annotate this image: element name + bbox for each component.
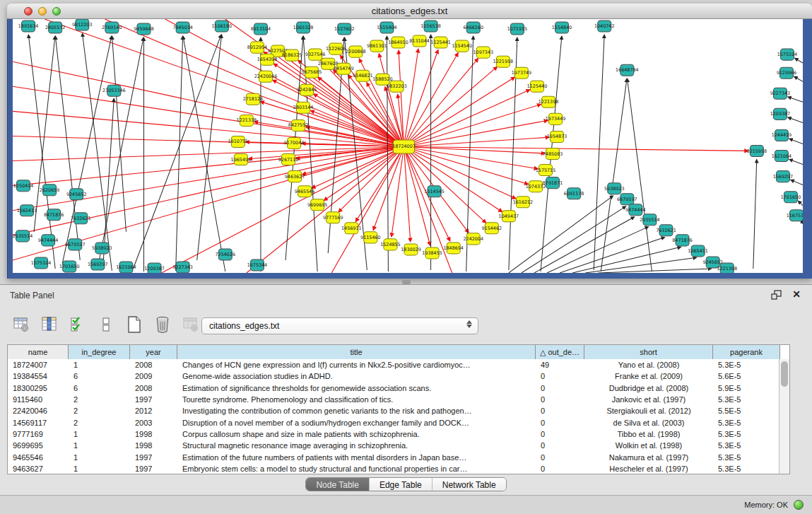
table-header-row[interactable]: namein_degreeyeartitle△ out_de…shortpage… bbox=[8, 345, 789, 359]
teal-node[interactable]: 2620659 bbox=[40, 185, 60, 196]
node-table[interactable]: namein_degreeyeartitle△ out_de…shortpage… bbox=[7, 344, 790, 474]
table-row[interactable]: 1830029562008Estimation of significance … bbox=[8, 382, 789, 394]
yellow-node[interactable]: 9154462 bbox=[482, 223, 502, 234]
yellow-node[interactable]: 1864910 bbox=[388, 37, 408, 48]
table-row[interactable]: 946554611997Estimation of the future num… bbox=[8, 451, 789, 462]
float-panel-icon[interactable] bbox=[771, 290, 782, 300]
teal-node[interactable]: 1040742 bbox=[594, 21, 615, 32]
table-row[interactable]: 1938455462009Genome-wide association stu… bbox=[8, 370, 789, 382]
citation-network-graph[interactable]: 1891634240557298122032769140945964878450… bbox=[13, 19, 803, 273]
teal-node[interactable]: 1621064 bbox=[772, 151, 792, 162]
teal-node[interactable]: 1250494 bbox=[13, 180, 34, 192]
hub-node[interactable]: 18724007 bbox=[392, 140, 416, 153]
teal-node[interactable]: 2769140 bbox=[102, 22, 122, 33]
yellow-node[interactable]: 2803144 bbox=[293, 102, 314, 113]
teal-node[interactable]: 6679197 bbox=[617, 194, 637, 205]
yellow-node[interactable]: 1848694 bbox=[443, 243, 464, 254]
teal-node[interactable]: 1569297 bbox=[88, 259, 108, 270]
teal-node[interactable]: 1065411 bbox=[688, 245, 708, 257]
teal-node[interactable]: 8471876 bbox=[44, 209, 64, 221]
yellow-node[interactable]: 1954873 bbox=[547, 131, 567, 142]
teal-node[interactable]: 1065411 bbox=[17, 205, 37, 216]
yellow-node[interactable]: 1610755 bbox=[228, 136, 249, 147]
yellow-node[interactable]: 9832203 bbox=[387, 81, 407, 92]
yellow-node[interactable]: 2242004 bbox=[463, 233, 483, 245]
tab-node-table[interactable]: Node Table bbox=[306, 478, 370, 491]
teal-node[interactable]: 1515404 bbox=[377, 22, 397, 33]
teal-node[interactable]: 1527602 bbox=[334, 23, 355, 35]
teal-node[interactable]: 1244419 bbox=[772, 129, 792, 141]
tab-edge-table[interactable]: Edge Table bbox=[370, 478, 433, 491]
teal-node[interactable]: 5938923 bbox=[92, 243, 112, 254]
yellow-node[interactable]: 9170044 bbox=[284, 137, 305, 148]
teal-node[interactable]: 2935514 bbox=[13, 230, 33, 242]
teal-node[interactable]: 1675344 bbox=[247, 259, 268, 271]
yellow-node[interactable]: 1154540 bbox=[452, 40, 472, 52]
network-canvas[interactable]: 1891634240557298122032769140945964878450… bbox=[13, 19, 803, 273]
table-row[interactable]: 969969511998Structural magnetic resonanc… bbox=[8, 440, 789, 451]
column-header-title[interactable]: title bbox=[177, 345, 536, 359]
teal-node[interactable]: 1154840 bbox=[552, 22, 572, 33]
new-column-icon[interactable] bbox=[124, 315, 144, 334]
table-body[interactable]: 1872400712008Changes of HCN gene express… bbox=[8, 359, 789, 474]
yellow-node[interactable]: 9861301 bbox=[367, 40, 387, 52]
yellow-node[interactable]: 2200868 bbox=[346, 46, 366, 57]
teal-node[interactable]: 6679197 bbox=[65, 239, 86, 250]
teal-node[interactable]: 1016538 bbox=[420, 21, 441, 32]
table-scrollbar[interactable] bbox=[779, 359, 789, 474]
teal-node[interactable]: 2405572 bbox=[45, 22, 66, 33]
yellow-node[interactable]: 7485083 bbox=[543, 148, 563, 160]
teal-node[interactable]: 7632621 bbox=[656, 225, 676, 236]
yellow-node[interactable]: 1125440 bbox=[527, 81, 548, 92]
yellow-node[interactable]: 1456911 bbox=[341, 223, 362, 234]
tab-network-table[interactable]: Network Table bbox=[433, 478, 506, 491]
column-select-icon[interactable] bbox=[68, 315, 88, 334]
yellow-node[interactable]: 9465546 bbox=[295, 186, 315, 197]
teal-node[interactable]: 1569297 bbox=[773, 171, 794, 182]
teal-node[interactable]: 1621064 bbox=[116, 262, 136, 273]
yellow-node[interactable]: 1524855 bbox=[380, 239, 401, 250]
teal-node[interactable]: 6466160 bbox=[463, 22, 483, 33]
column-header-in_degree[interactable]: in_degree bbox=[69, 345, 130, 359]
column-header-out_de[interactable]: △ out_de… bbox=[536, 345, 584, 359]
table-row[interactable]: 2242004622012Investigating the contribut… bbox=[8, 405, 789, 416]
yellow-node[interactable]: 1097343 bbox=[473, 47, 494, 58]
yellow-node[interactable]: 1830029 bbox=[401, 244, 421, 255]
window-titlebar[interactable]: citations_edges.txt bbox=[7, 4, 812, 19]
teal-node[interactable]: 16648784 bbox=[616, 64, 639, 76]
yellow-node[interactable]: 1049437 bbox=[499, 211, 519, 222]
teal-node[interactable]: 21053346 bbox=[102, 85, 126, 96]
column-header-short[interactable]: short bbox=[584, 345, 713, 359]
teal-node[interactable]: 9129966 bbox=[777, 67, 797, 78]
column-show-icon[interactable] bbox=[40, 315, 59, 334]
teal-node[interactable]: 1209387 bbox=[770, 108, 791, 119]
teal-node[interactable]: 1065328 bbox=[293, 22, 314, 33]
yellow-node[interactable]: 1938455 bbox=[422, 247, 442, 259]
teal-node[interactable]: 1167534 bbox=[787, 210, 803, 221]
table-scrollbar-thumb[interactable] bbox=[781, 361, 788, 387]
table-selector-dropdown[interactable]: citations_edges.txt bbox=[201, 317, 478, 334]
table-row[interactable]: 1456911722003Disruption of a novel membe… bbox=[8, 416, 789, 428]
teal-node[interactable]: 8215958 bbox=[747, 145, 767, 156]
teal-node[interactable]: 1106180 bbox=[212, 21, 233, 32]
teal-node[interactable]: 9474444 bbox=[625, 204, 646, 216]
teal-node[interactable]: 8471876 bbox=[672, 235, 693, 246]
table-row[interactable]: 946362711997Embryonic stem cells: a mode… bbox=[8, 463, 789, 474]
table-row[interactable]: 1872400712008Changes of HCN gene express… bbox=[8, 359, 789, 370]
yellow-node[interactable]: 1973449 bbox=[546, 113, 566, 124]
table-row[interactable]: 977716911998Corpus callosum shape and si… bbox=[8, 428, 789, 440]
yellow-node[interactable]: 1125441 bbox=[430, 37, 451, 48]
teal-node[interactable]: 9474444 bbox=[38, 235, 59, 246]
table-settings-icon[interactable] bbox=[11, 315, 31, 334]
teal-node[interactable]: 8913104 bbox=[251, 23, 271, 35]
teal-node[interactable]: 7254026 bbox=[216, 249, 236, 260]
teal-node[interactable]: 9227343 bbox=[770, 88, 791, 99]
yellow-node[interactable]: 1575715 bbox=[536, 165, 556, 176]
teal-node[interactable]: 1701650 bbox=[781, 192, 801, 203]
memory-ok-icon[interactable] bbox=[794, 500, 804, 510]
yellow-node[interactable]: 1616212 bbox=[513, 197, 534, 208]
yellow-node[interactable]: 8131044 bbox=[409, 35, 430, 47]
close-panel-icon[interactable]: ✕ bbox=[792, 288, 801, 300]
yellow-node[interactable]: 1221958 bbox=[493, 56, 514, 67]
teal-node[interactable]: 1575104 bbox=[777, 49, 798, 60]
